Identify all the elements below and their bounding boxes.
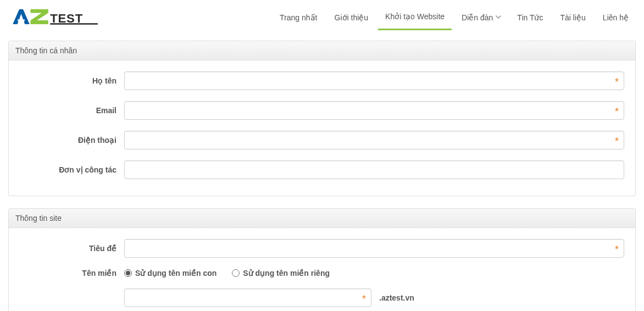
label-fullname: Họ tên [20, 76, 124, 85]
radio-label: Sử dụng tên miền riêng [243, 269, 330, 277]
subdomain-input[interactable] [124, 288, 371, 307]
site-title-input[interactable] [124, 239, 624, 258]
label-org: Đơn vị công tác [20, 165, 124, 174]
panel-body: Họ tên * Email * Điện thoại * Đơn vị côn… [9, 60, 635, 196]
domain-radio-group: Sử dụng tên miền con Sử dụng tên miền ri… [124, 269, 330, 277]
form-row-phone: Điện thoại * [20, 131, 624, 149]
form-row-org: Đơn vị công tác [20, 160, 624, 179]
form-row-domain-type: Tên miền Sử dụng tên miền con Sử dụng tê… [20, 269, 624, 277]
input-wrap: * .aztest.vn [124, 288, 624, 307]
nav-item-docs[interactable]: Tài liệu [553, 5, 592, 30]
email-input[interactable] [124, 101, 624, 120]
nav-label: Liên hệ [603, 13, 629, 22]
panel-title: Thông tin site [9, 209, 635, 228]
nav-label: Diễn đàn [462, 13, 493, 22]
header: TEST Trang nhất Giới thiệu Khởi tạo Webs… [0, 0, 644, 37]
panel-site-info: Thông tin site Tiêu đề * Tên miền Sử dụn… [8, 208, 636, 311]
nav-label: Giới thiệu [335, 13, 369, 22]
fullname-input[interactable] [124, 71, 624, 90]
svg-text:TEST: TEST [50, 11, 83, 25]
nav-label: Khởi tạo Website [385, 12, 445, 21]
panel-body: Tiêu đề * Tên miền Sử dụng tên miền con … [9, 228, 635, 311]
input-wrap: * [124, 71, 624, 90]
nav-label: Tài liệu [560, 13, 585, 22]
nav-item-contact[interactable]: Liên hệ [596, 5, 636, 30]
input-wrap: Sử dụng tên miền con Sử dụng tên miền ri… [124, 269, 624, 277]
label-site-title: Tiêu đề [20, 244, 124, 253]
input-wrap: * [124, 131, 624, 149]
form-row-subdomain: * .aztest.vn [20, 288, 624, 307]
logo-icon: TEST [8, 8, 118, 27]
radio-label: Sử dụng tên miền con [135, 269, 216, 277]
input-wrap [124, 160, 624, 179]
form-row-site-title: Tiêu đề * [20, 239, 624, 258]
domain-suffix: .aztest.vn [379, 293, 414, 302]
svg-rect-1 [50, 23, 98, 25]
phone-input[interactable] [124, 131, 624, 149]
input-wrap: * [124, 239, 624, 258]
logo[interactable]: TEST [8, 7, 118, 29]
subdomain-input-wrap: * [124, 288, 371, 307]
nav-label: Tin Tức [517, 13, 543, 22]
radio-owndomain-input[interactable] [232, 269, 240, 277]
org-input[interactable] [124, 160, 624, 179]
nav-item-about[interactable]: Giới thiệu [327, 5, 376, 30]
nav-item-news[interactable]: Tin Tức [510, 5, 550, 30]
radio-option-subdomain[interactable]: Sử dụng tên miền con [124, 269, 216, 277]
panel-title: Thông tin cá nhân [9, 41, 635, 60]
radio-option-owndomain[interactable]: Sử dụng tên miền riêng [232, 269, 330, 277]
nav-item-forum[interactable]: Diễn đàn [454, 5, 507, 30]
panel-personal-info: Thông tin cá nhân Họ tên * Email * Điện … [8, 41, 636, 196]
form-row-email: Email * [20, 101, 624, 120]
label-domain: Tên miền [20, 269, 124, 277]
nav-item-home[interactable]: Trang nhất [273, 5, 324, 30]
nav-item-create-website[interactable]: Khởi tạo Website [378, 4, 452, 30]
chevron-down-icon [496, 15, 500, 20]
label-email: Email [20, 106, 124, 115]
radio-subdomain-input[interactable] [124, 269, 132, 277]
label-phone: Điện thoại [20, 136, 124, 145]
top-nav: Trang nhất Giới thiệu Khởi tạo Website D… [273, 4, 636, 30]
nav-label: Trang nhất [280, 13, 317, 22]
form-row-fullname: Họ tên * [20, 71, 624, 90]
input-wrap: * [124, 101, 624, 120]
